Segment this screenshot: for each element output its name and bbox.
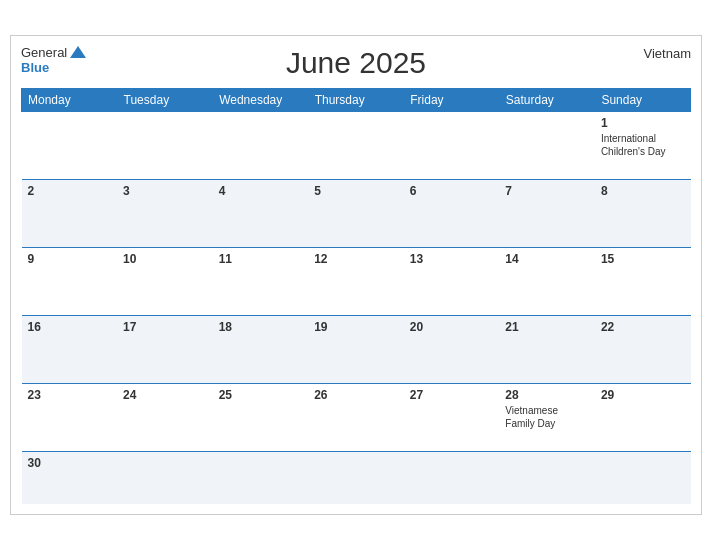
day-cell [404,112,500,180]
day-number: 24 [123,388,207,402]
day-cell: 17 [117,316,213,384]
calendar-title: June 2025 [286,46,426,80]
day-cell [117,452,213,504]
day-cell [213,452,309,504]
calendar-grid: Monday Tuesday Wednesday Thursday Friday… [21,88,691,504]
logo: General Blue [21,46,86,75]
day-cell: 26 [308,384,404,452]
day-number: 29 [601,388,685,402]
col-thursday: Thursday [308,89,404,112]
day-cell [404,452,500,504]
week-row-1: 1International Children's Day [22,112,691,180]
event-text: International Children's Day [601,133,666,157]
day-cell [499,452,595,504]
day-cell: 3 [117,180,213,248]
event-text: Vietnamese Family Day [505,405,558,429]
day-number: 4 [219,184,303,198]
day-cell: 30 [22,452,118,504]
day-cell: 18 [213,316,309,384]
col-monday: Monday [22,89,118,112]
day-cell: 11 [213,248,309,316]
day-cell [595,452,691,504]
day-number: 5 [314,184,398,198]
week-row-5: 232425262728Vietnamese Family Day29 [22,384,691,452]
day-cell [117,112,213,180]
day-number: 22 [601,320,685,334]
day-number: 8 [601,184,685,198]
day-cell: 9 [22,248,118,316]
day-number: 6 [410,184,494,198]
day-cell: 6 [404,180,500,248]
col-friday: Friday [404,89,500,112]
day-number: 19 [314,320,398,334]
day-cell: 13 [404,248,500,316]
day-cell: 29 [595,384,691,452]
day-cell: 4 [213,180,309,248]
calendar-container: General Blue June 2025 Vietnam Monday Tu… [10,35,702,515]
day-cell: 28Vietnamese Family Day [499,384,595,452]
calendar-header: General Blue June 2025 Vietnam [21,46,691,80]
day-cell: 20 [404,316,500,384]
day-number: 25 [219,388,303,402]
day-number: 2 [28,184,112,198]
day-number: 23 [28,388,112,402]
day-cell: 21 [499,316,595,384]
day-cell: 22 [595,316,691,384]
day-cell: 2 [22,180,118,248]
day-number: 7 [505,184,589,198]
country-label: Vietnam [644,46,691,61]
day-number: 28 [505,388,589,402]
day-number: 1 [601,116,685,130]
col-sunday: Sunday [595,89,691,112]
day-number: 9 [28,252,112,266]
day-cell: 15 [595,248,691,316]
day-cell: 12 [308,248,404,316]
col-saturday: Saturday [499,89,595,112]
day-cell: 5 [308,180,404,248]
logo-blue-text: Blue [21,61,86,75]
day-cell: 25 [213,384,309,452]
column-header-row: Monday Tuesday Wednesday Thursday Friday… [22,89,691,112]
col-tuesday: Tuesday [117,89,213,112]
day-number: 15 [601,252,685,266]
day-number: 10 [123,252,207,266]
week-row-2: 2345678 [22,180,691,248]
day-cell: 14 [499,248,595,316]
week-row-6: 30 [22,452,691,504]
day-number: 27 [410,388,494,402]
day-cell [213,112,309,180]
day-cell: 19 [308,316,404,384]
day-number: 17 [123,320,207,334]
day-cell: 10 [117,248,213,316]
day-number: 18 [219,320,303,334]
day-number: 26 [314,388,398,402]
day-cell [308,112,404,180]
day-cell [308,452,404,504]
day-cell: 23 [22,384,118,452]
day-number: 16 [28,320,112,334]
day-number: 30 [28,456,112,470]
day-number: 20 [410,320,494,334]
day-number: 11 [219,252,303,266]
day-number: 13 [410,252,494,266]
day-cell: 7 [499,180,595,248]
day-cell: 16 [22,316,118,384]
logo-general-text: General [21,46,67,60]
day-number: 14 [505,252,589,266]
week-row-4: 16171819202122 [22,316,691,384]
day-cell [499,112,595,180]
day-cell: 8 [595,180,691,248]
day-cell: 1International Children's Day [595,112,691,180]
day-number: 21 [505,320,589,334]
day-cell: 27 [404,384,500,452]
day-cell: 24 [117,384,213,452]
day-number: 12 [314,252,398,266]
logo-triangle-icon [70,46,86,58]
week-row-3: 9101112131415 [22,248,691,316]
day-number: 3 [123,184,207,198]
day-cell [22,112,118,180]
col-wednesday: Wednesday [213,89,309,112]
